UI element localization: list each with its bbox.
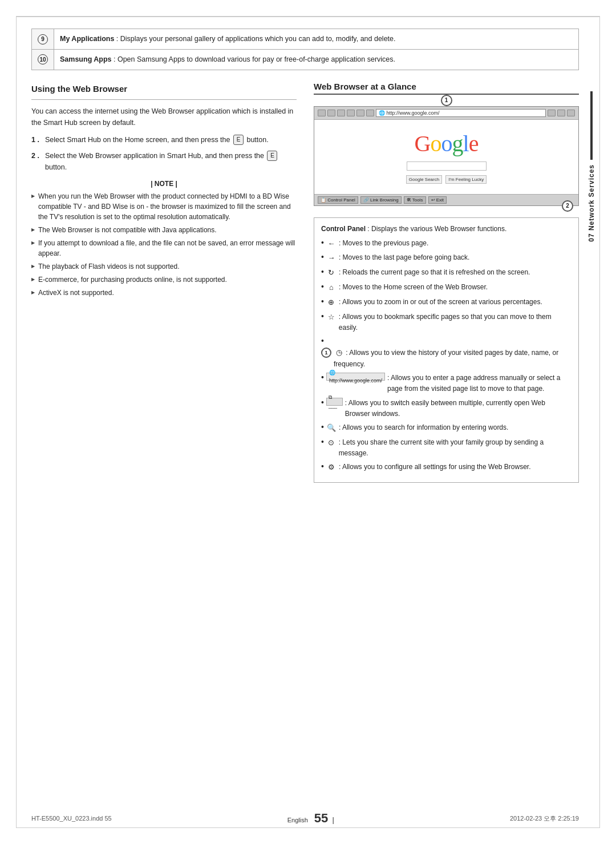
browser-btn5 [356, 110, 364, 116]
note-item: The Web Browser is not compatible with J… [31, 225, 297, 235]
heading-divider [31, 99, 297, 100]
english-label: English [287, 817, 308, 823]
main-content: 9 My Applications : Displays your person… [31, 29, 579, 815]
note-item: If you attempt to download a file, and t… [31, 238, 297, 259]
page-number: 55 [314, 811, 328, 825]
note-item: When you run the Web Browser with the pr… [31, 191, 297, 222]
footer-center: English 55 | [287, 811, 334, 826]
cp-item: 🔍 : Allows you to search for information… [321, 422, 572, 434]
browser-btn7 [548, 110, 556, 116]
sidebar-text: 07 Network Services [587, 164, 595, 242]
note-list: When you run the Web Browser with the pr… [31, 191, 297, 298]
cp-icon: 🔍 [326, 422, 337, 434]
step-text: Select Smart Hub on the Home screen, and… [45, 134, 269, 146]
cp-item: ⌂ : Moves to the Home screen of the Web … [321, 282, 572, 294]
note-box: | NOTE | When you run the Web Browser wi… [31, 180, 297, 298]
two-col-layout: Using the Web Browser You can access the… [31, 82, 579, 483]
cp-item-text: : Allows you to bookmark specific pages … [339, 312, 572, 333]
page-border-left [16, 16, 17, 828]
step-item: 1 . Select Smart Hub on the Home screen,… [31, 134, 297, 146]
control-panel-title: Control Panel [321, 225, 366, 233]
cp-item-text: : Lets you share the current site with y… [339, 437, 572, 459]
browser-forward-btn [327, 110, 335, 116]
cp-icon: ⌂ [326, 282, 337, 294]
cp-row-with-num: 1 ◷ : Allows you to view the history of … [321, 347, 572, 370]
cp-icon: ↻ [326, 267, 337, 279]
cp-item-text: : Allows you to enter a page address man… [387, 373, 572, 394]
link-browsing-btn: 🔗 Link Browsing [360, 196, 402, 204]
footer-right: 2012-02-23 오후 2:25:19 [510, 814, 579, 823]
cp-item-content: ◷ : Allows you to view the history of yo… [334, 347, 572, 370]
cp-item: → : Moves to the last page before going … [321, 252, 572, 264]
step-num: 1 . [31, 134, 40, 146]
browser-btn8 [557, 110, 565, 116]
sidebar-label: 07 Network Services [585, 91, 598, 242]
cp-item-text: : Moves to the previous page. [339, 238, 428, 249]
google-search-btn: Google Search [406, 175, 442, 184]
cp-icon: ⚙ [326, 462, 337, 474]
browser-home-btn [347, 110, 355, 116]
browser-back-btn [318, 110, 326, 116]
browser-btn9 [567, 110, 575, 116]
footer-left: HT-E5500_XU_0223.indd 55 [31, 815, 112, 822]
cp-icon: ☆ [326, 312, 337, 324]
note-title: | NOTE | [31, 180, 297, 188]
badge-1: 1 [441, 95, 452, 106]
item-num: 10 [32, 49, 54, 70]
left-column: Using the Web Browser You can access the… [31, 82, 297, 483]
step-text: Select the Web Browser application in Sm… [45, 150, 297, 173]
cp-item-text: : Allows you to configure all settings f… [339, 462, 531, 473]
item-desc: My Applications : Displays your personal… [54, 29, 579, 50]
items-table: 9 My Applications : Displays your person… [31, 29, 579, 70]
footer: HT-E5500_XU_0223.indd 55 English 55 | 20… [31, 811, 579, 826]
cp-item: ↻ : Reloads the current page so that it … [321, 267, 572, 279]
browser-search-box [407, 161, 487, 171]
item-title: My Applications [60, 35, 114, 43]
browser-refresh-btn [337, 110, 345, 116]
item-desc: Samsung Apps : Open Samsung Apps to down… [54, 49, 579, 70]
item-title: Samsung Apps [60, 55, 112, 63]
google-logo: Google [415, 130, 479, 157]
cp-item: ← : Moves to the previous page. [321, 238, 572, 250]
item-num: 9 [32, 29, 54, 50]
url-badge: 🌐 http://www.google.com/ [326, 373, 385, 381]
control-panel-desc: : Displays the various Web Browser funct… [367, 225, 506, 233]
cp-item: 1 ◷ : Allows you to view the history of … [321, 336, 572, 370]
intro-text: You can access the internet using the We… [31, 106, 297, 128]
badge-2: 2 [562, 200, 573, 212]
using-web-browser-heading: Using the Web Browser [31, 84, 297, 94]
item-row: 9 My Applications : Displays your person… [32, 29, 579, 50]
item-row: 10 Samsung Apps : Open Samsung Apps to d… [32, 49, 579, 70]
switch-badge: ⧉ ___ [326, 398, 343, 406]
cp-item-text: : Allows you to zoom in or out of the sc… [339, 297, 542, 308]
cp-list: ← : Moves to the previous page.→ : Moves… [321, 238, 572, 474]
browser-btn6 [366, 110, 374, 116]
cp-item-text: : Moves to the Home screen of the Web Br… [339, 282, 488, 293]
cp-item-text: : Allows you to switch easily between mu… [345, 398, 572, 419]
page-border-bottom [16, 827, 600, 828]
note-item: The playback of Flash videos is not supp… [31, 261, 297, 272]
browser-wrapper: 1 🌐 http://www.google.com/ [314, 100, 579, 206]
page-border-top [16, 16, 600, 17]
cp-item: ⚙ : Allows you to configure all settings… [321, 462, 572, 474]
steps-container: 1 . Select Smart Hub on the Home screen,… [31, 134, 297, 173]
cp-icon: ⊙ [326, 437, 337, 449]
cp-icon: → [326, 252, 337, 264]
tools-btn: 🛠 Tools [404, 196, 426, 204]
sidebar-bar [590, 91, 593, 160]
browser-toolbar: 🌐 http://www.google.com/ [314, 107, 578, 120]
circle-num: 10 [38, 54, 48, 64]
circle-num: 9 [38, 34, 48, 45]
step-btn-icon: E [233, 135, 244, 145]
cp-item: ⧉ ___ : Allows you to switch easily betw… [321, 398, 572, 419]
step-num: 2 . [31, 150, 40, 173]
cp-item: ⊙ : Lets you share the current site with… [321, 437, 572, 459]
glance-heading: Web Browser at a Glance [314, 82, 579, 95]
cp-item-text: : Allows you to search for information b… [339, 422, 508, 433]
cp-item: ☆ : Allows you to bookmark specific page… [321, 312, 572, 333]
feeling-lucky-btn: I'm Feeling Lucky [445, 175, 487, 184]
cp-item-text: : Moves to the last page before going ba… [339, 252, 469, 263]
step-btn-icon: E [267, 151, 277, 161]
note-item: ActiveX is not supported. [31, 288, 297, 298]
browser-address: 🌐 http://www.google.com/ [376, 109, 546, 117]
